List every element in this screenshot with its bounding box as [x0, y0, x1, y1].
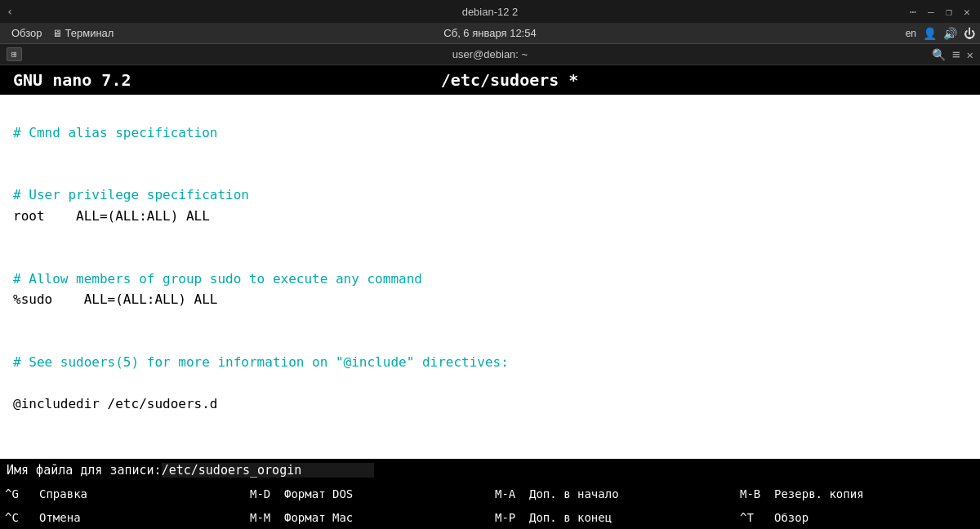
minimize-button[interactable]: — [924, 5, 938, 18]
nano-version: GNU nano 7.2 [13, 70, 131, 90]
editor-line [13, 143, 967, 164]
shortcut-column: M-AДоп. в началоM-PДоп. в конец [490, 482, 735, 529]
editor-line [13, 331, 967, 353]
shortcut-column: ^GСправка^CОтмена [0, 482, 245, 529]
editor-line: # Cmnd alias specification [13, 122, 967, 144]
shortcut-key[interactable]: ^T [740, 511, 771, 524]
tab-controls: 🔍 ≡ ✕ [932, 47, 973, 62]
dots-menu-icon[interactable]: ⋯ [906, 5, 920, 18]
terminal-label: Терминал [65, 27, 114, 39]
shortcut-column: M-BРезерв. копия^TОбзор [735, 482, 980, 529]
window-controls: ⋯ — ❐ ✕ [906, 5, 973, 18]
shortcut-label: Обзор [774, 511, 808, 524]
editor-line [13, 164, 967, 185]
datetime-label: Сб, 6 января 12:54 [443, 27, 536, 39]
shortcut-label: Доп. в конец [529, 511, 612, 524]
shortcut-key[interactable]: M-B [740, 487, 771, 500]
shortcut-key[interactable]: ^C [5, 511, 36, 524]
terminal-menu-item[interactable]: 🖥 Терминал [52, 27, 114, 39]
close-button[interactable]: ✕ [960, 5, 973, 18]
filename-input[interactable] [162, 463, 374, 478]
editor-line: # See sudoers(5) for more information on… [13, 352, 967, 373]
title-bar: ‹ debian-12 2 ⋯ — ❐ ✕ [0, 0, 980, 23]
new-tab-button[interactable]: ⊞ [7, 47, 22, 61]
editor-line [13, 373, 967, 394]
shortcut-row: ^CОтмена [0, 505, 245, 529]
shortcut-row: ^TОбзор [735, 505, 980, 529]
status-bar: Имя файла для записи: [0, 459, 980, 482]
shortcut-key[interactable]: ^G [5, 487, 36, 500]
shortcut-label: Справка [39, 487, 87, 500]
editor-line: %sudo ALL=(ALL:ALL) ALL [13, 289, 967, 310]
menu-bar-left: Обзор 🖥 Терминал [5, 25, 114, 41]
shortcut-key[interactable]: M-P [495, 511, 526, 524]
hamburger-menu-icon[interactable]: ≡ [952, 47, 960, 62]
menu-bar-right: en 👤 🔊 ⏻ [906, 27, 975, 40]
shortcut-label: Резерв. копия [774, 487, 864, 500]
shortcut-row: M-MФормат Mac [245, 505, 490, 529]
editor-line [13, 227, 967, 248]
power-icon[interactable]: ⏻ [964, 27, 975, 40]
editor-area[interactable]: # Cmnd alias specification # User privil… [0, 95, 980, 459]
tab-close-icon[interactable]: ✕ [967, 48, 973, 61]
shortcut-key[interactable]: M-D [250, 487, 281, 500]
editor-line [13, 310, 967, 331]
shortcut-label: Отмена [39, 511, 81, 524]
editor-line: # Allow members of group sudo to execute… [13, 269, 967, 290]
menu-bar: Обзор 🖥 Терминал Сб, 6 января 12:54 en 👤… [0, 23, 980, 44]
shortcut-label: Формат Mac [284, 511, 353, 524]
shortcut-row: ^GСправка [0, 482, 245, 505]
status-label: Имя файла для записи: [7, 463, 162, 478]
restore-button[interactable]: ❐ [942, 5, 956, 18]
nano-header: GNU nano 7.2 /etc/sudoers * [0, 65, 980, 95]
nano-filename: /etc/sudoers * [441, 70, 579, 90]
shortcut-label: Доп. в начало [529, 487, 619, 500]
tab-title: user@debian: ~ [452, 48, 528, 60]
volume-icon[interactable]: 🔊 [943, 27, 957, 40]
shortcut-column: M-DФормат DOSM-MФормат Mac [245, 482, 490, 529]
shortcut-row: M-BРезерв. копия [735, 482, 980, 505]
editor-line: @includedir /etc/sudoers.d [13, 393, 967, 415]
shortcut-label: Формат DOS [284, 487, 353, 500]
shortcut-key[interactable]: M-A [495, 487, 526, 500]
editor-line [13, 247, 967, 269]
shortcut-row: M-PДоп. в конец [490, 505, 735, 529]
editor-line: root ALL=(ALL:ALL) ALL [13, 206, 967, 227]
users-icon[interactable]: 👤 [923, 27, 937, 40]
nano-header-filler [889, 70, 967, 90]
search-icon[interactable]: 🔍 [932, 48, 946, 61]
editor-line [13, 101, 967, 122]
language-indicator: en [906, 28, 916, 39]
shortcut-row: M-DФормат DOS [245, 482, 490, 505]
overview-menu-item[interactable]: Обзор [5, 25, 49, 41]
terminal-icon: 🖥 [52, 28, 62, 39]
title-bar-left: ‹ [7, 5, 13, 18]
editor-line: # User privilege specification [13, 184, 967, 206]
shortcut-row: M-AДоп. в начало [490, 482, 735, 505]
window-title: debian-12 2 [462, 6, 519, 18]
new-tab-area: ⊞ [7, 47, 22, 61]
shortcut-key[interactable]: M-M [250, 511, 281, 524]
back-chevron-icon[interactable]: ‹ [7, 5, 13, 18]
shortcut-bar: ^GСправка^CОтменаM-DФормат DOSM-MФормат … [0, 482, 980, 529]
tab-bar: ⊞ user@debian: ~ 🔍 ≡ ✕ [0, 44, 980, 65]
